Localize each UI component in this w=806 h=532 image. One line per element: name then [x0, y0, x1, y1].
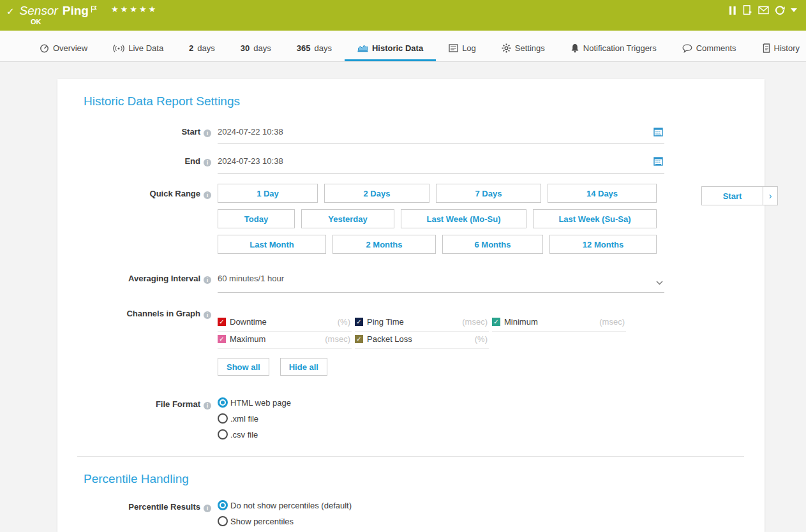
radio-unselected-icon — [218, 516, 228, 526]
quick-range-1-day[interactable]: 1 Day — [218, 184, 318, 203]
info-icon[interactable] — [204, 191, 211, 199]
tab-settings[interactable]: Settings — [489, 43, 558, 61]
quick-range-7-days[interactable]: 7 Days — [436, 184, 541, 203]
section-title-report-settings: Historic Data Report Settings — [84, 94, 765, 108]
channel-ping-time: Ping Time (msec) — [355, 314, 489, 332]
channels-in-graph-label: Channels in Graph — [126, 309, 200, 318]
tab-2-days[interactable]: 2days — [176, 43, 228, 61]
priority-stars[interactable]: ★★★★★ — [111, 4, 158, 14]
quick-range-today[interactable]: Today — [218, 209, 295, 228]
section-title-percentile-handling: Percentile Handling — [84, 472, 765, 486]
channel-checkbox-grid: Downtime (%) Ping Time (msec) Minimum (m… — [218, 314, 627, 349]
channel-empty-cell — [492, 332, 626, 349]
radio-selected-icon — [218, 397, 228, 408]
percentile-results-row: Percentile Results Do not show percentil… — [84, 500, 765, 526]
quick-range-yesterday[interactable]: Yesterday — [301, 209, 394, 228]
tab-comments[interactable]: Comments — [669, 43, 749, 61]
checkbox-checked-icon[interactable] — [355, 335, 363, 343]
info-icon[interactable] — [204, 402, 211, 410]
bell-icon — [571, 43, 579, 53]
radio-unselected-icon — [218, 413, 228, 424]
tab-live-data[interactable]: Live Data — [100, 43, 176, 61]
chevron-down-icon — [656, 276, 663, 288]
channel-minimum: Minimum (msec) — [492, 314, 626, 332]
gear-icon — [502, 43, 511, 53]
info-icon[interactable] — [204, 159, 211, 166]
file-format-xml-option[interactable]: .xml file — [218, 413, 664, 424]
quick-range-last-week-mo-su[interactable]: Last Week (Mo-Su) — [401, 209, 526, 228]
flag-icon[interactable] — [91, 4, 97, 15]
channel-maximum: Maximum (msec) — [218, 332, 352, 349]
tab-365-days[interactable]: 365days — [284, 43, 345, 61]
quick-range-2-days[interactable]: 2 Days — [324, 184, 429, 203]
tab-overview[interactable]: Overview — [27, 43, 100, 61]
header-action-icons — [729, 5, 797, 15]
run-report-chevron-button[interactable]: › — [763, 186, 778, 205]
sensor-title-row: ✓ Sensor Ping ★★★★★ — [6, 4, 158, 18]
averaging-interval-select[interactable]: 60 minutes/1 hour — [218, 272, 664, 293]
quick-range-label: Quick Range — [150, 189, 200, 198]
file-format-html-option[interactable]: HTML web page — [218, 397, 664, 408]
area-chart-icon — [357, 44, 368, 52]
show-all-button[interactable]: Show all — [218, 358, 269, 376]
tab-historic-data[interactable]: Historic Data — [345, 43, 436, 61]
broadcast-icon — [113, 44, 124, 53]
calendar-icon[interactable] — [653, 127, 663, 139]
checkbox-checked-icon[interactable] — [355, 318, 363, 326]
percentile-hide-option[interactable]: Do not show percentiles (default) — [218, 500, 664, 510]
history-icon — [762, 43, 770, 53]
comment-icon — [682, 44, 692, 53]
channel-packet-loss: Packet Loss (%) — [355, 332, 489, 349]
run-report-split-button: Start › — [701, 186, 778, 205]
pause-icon[interactable] — [729, 6, 736, 15]
quick-range-14-days[interactable]: 14 Days — [548, 184, 657, 203]
caret-down-icon[interactable] — [791, 8, 797, 12]
checkbox-checked-icon[interactable] — [218, 318, 226, 326]
gauge-icon — [40, 43, 49, 53]
historic-data-form-panel: Historic Data Report Settings Start 2024… — [57, 79, 765, 532]
quick-range-2-months[interactable]: 2 Months — [332, 235, 436, 254]
run-report-start-button[interactable]: Start — [701, 186, 763, 205]
averaging-interval-row: Averaging Interval 60 minutes/1 hour — [84, 272, 765, 293]
calendar-icon[interactable] — [653, 156, 663, 168]
quick-range-12-months[interactable]: 12 Months — [549, 235, 657, 254]
quick-range-last-week-su-sa[interactable]: Last Week (Su-Sa) — [533, 209, 657, 228]
end-date-row: End 2024-07-23 10:38 — [84, 154, 765, 174]
info-icon[interactable] — [204, 311, 211, 319]
tab-log[interactable]: Log — [436, 43, 489, 61]
sensor-tabbar: Overview Live Data 2days 30days 365days … — [0, 31, 806, 62]
file-format-row: File Format HTML web page .xml file .csv… — [84, 397, 765, 440]
refresh-icon[interactable] — [775, 5, 785, 15]
tab-history[interactable]: History — [749, 43, 806, 61]
info-icon[interactable] — [204, 129, 211, 137]
percentile-results-label: Percentile Results — [128, 502, 200, 512]
log-icon — [449, 44, 458, 52]
quick-range-6-months[interactable]: 6 Months — [442, 235, 543, 254]
info-icon[interactable] — [204, 505, 211, 512]
tab-30-days[interactable]: 30days — [228, 43, 284, 61]
end-date-input[interactable]: 2024-07-23 10:38 — [218, 154, 664, 174]
sensor-name: Ping — [63, 4, 89, 18]
radio-unselected-icon — [218, 429, 228, 440]
hide-all-button[interactable]: Hide all — [280, 358, 327, 376]
section-divider — [77, 456, 744, 457]
percentile-show-option[interactable]: Show percentiles — [218, 516, 664, 526]
sensor-header: ✓ Sensor Ping ★★★★★ OK — [0, 0, 806, 31]
checkbox-checked-icon[interactable] — [218, 335, 226, 343]
file-format-label: File Format — [156, 399, 200, 409]
sensor-status-badge: OK — [31, 18, 41, 26]
email-icon[interactable] — [758, 6, 769, 15]
checkbox-checked-icon[interactable] — [492, 318, 500, 326]
info-icon[interactable] — [204, 276, 211, 284]
status-ok-check-icon: ✓ — [6, 6, 15, 17]
start-date-input[interactable]: 2024-07-22 10:38 — [218, 125, 664, 144]
start-label: Start — [181, 127, 200, 137]
add-report-icon[interactable] — [742, 5, 752, 15]
radio-selected-icon — [218, 500, 228, 510]
channels-in-graph-row: Channels in Graph Downtime (%) Ping Time… — [84, 307, 765, 376]
quick-range-row: Quick Range 1 Day 2 Days 7 Days 14 Days … — [84, 184, 765, 254]
file-format-csv-option[interactable]: .csv file — [218, 429, 664, 440]
quick-range-last-month[interactable]: Last Month — [218, 235, 326, 254]
averaging-interval-label: Averaging Interval — [128, 274, 200, 283]
tab-notification-triggers[interactable]: Notification Triggers — [558, 43, 669, 61]
